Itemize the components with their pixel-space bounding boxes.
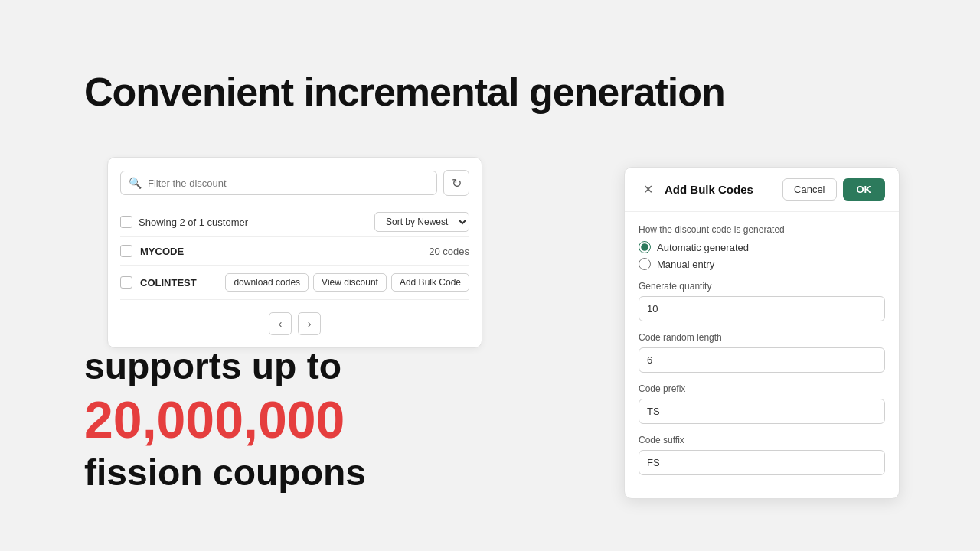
radio-manual-input[interactable] xyxy=(639,258,651,270)
search-row: 🔍 ↻ xyxy=(120,170,469,196)
radio-auto-label: Automatic generated xyxy=(657,242,749,253)
pagination: ‹ › xyxy=(120,309,469,335)
cancel-button[interactable]: Cancel xyxy=(782,178,836,201)
list-item: COLINTEST download codes View discount A… xyxy=(120,266,469,300)
showing-text: Showing 2 of 1 customer xyxy=(139,217,248,228)
prev-icon: ‹ xyxy=(279,318,283,330)
suffix-input[interactable] xyxy=(639,450,885,475)
radio-manual-option[interactable]: Manual entry xyxy=(639,258,885,270)
code-generation-label: How the discount code is generated xyxy=(639,224,885,235)
prefix-group: Code prefix xyxy=(639,383,885,424)
suffix-group: Code suffix xyxy=(639,435,885,475)
title-divider xyxy=(84,142,498,142)
length-input[interactable] xyxy=(639,347,885,373)
quantity-group: Generate quantity xyxy=(639,281,885,321)
list-header-left: Showing 2 of 1 customer xyxy=(120,216,248,228)
item-checkbox-mycode[interactable] xyxy=(120,245,132,257)
sort-select[interactable]: Sort by Newest xyxy=(374,212,469,232)
length-label: Code random length xyxy=(639,332,885,343)
supports-text-block: supports up to 20,000,000 fission coupon… xyxy=(84,344,366,495)
suffix-label: Code suffix xyxy=(639,435,885,445)
next-page-button[interactable]: › xyxy=(298,312,321,335)
supports-up-to: supports up to xyxy=(84,346,341,386)
dialog-header-right: Cancel OK xyxy=(782,178,885,201)
prefix-label: Code prefix xyxy=(639,383,885,394)
add-bulk-code-button[interactable]: Add Bulk Code xyxy=(391,273,469,292)
supports-number: 20,000,000 xyxy=(84,389,366,452)
add-bulk-codes-dialog: ✕ Add Bulk Codes Cancel OK How the disco… xyxy=(624,167,900,499)
search-box: 🔍 xyxy=(120,171,437,195)
quantity-input[interactable] xyxy=(639,296,885,321)
radio-auto-input[interactable] xyxy=(639,241,651,253)
supports-sub: fission coupons xyxy=(84,452,366,493)
dialog-header-left: ✕ Add Bulk Codes xyxy=(639,181,753,199)
refresh-button[interactable]: ↻ xyxy=(443,170,469,196)
dialog-header: ✕ Add Bulk Codes Cancel OK xyxy=(625,168,899,212)
code-generation-group: How the discount code is generated Autom… xyxy=(639,224,885,270)
item-actions-colintest: download codes View discount Add Bulk Co… xyxy=(225,273,469,292)
page-title: Convenient incremental generation xyxy=(84,69,725,115)
quantity-label: Generate quantity xyxy=(639,281,885,292)
list-header: Showing 2 of 1 customer Sort by Newest xyxy=(120,207,469,237)
list-item: MYCODE 20 codes xyxy=(120,237,469,266)
close-icon: ✕ xyxy=(643,182,653,197)
select-all-checkbox[interactable] xyxy=(120,216,132,228)
dialog-title: Add Bulk Codes xyxy=(665,183,753,196)
view-discount-button[interactable]: View discount xyxy=(313,273,387,292)
prev-page-button[interactable]: ‹ xyxy=(269,312,292,335)
search-icon: 🔍 xyxy=(129,177,142,189)
item-name-mycode: MYCODE xyxy=(140,246,421,257)
dialog-body: How the discount code is generated Autom… xyxy=(625,212,899,498)
dialog-close-button[interactable]: ✕ xyxy=(639,181,657,199)
radio-auto-option[interactable]: Automatic generated xyxy=(639,241,885,253)
ok-button[interactable]: OK xyxy=(843,178,886,201)
item-name-colintest: COLINTEST xyxy=(140,277,217,289)
refresh-icon: ↻ xyxy=(452,176,462,191)
length-group: Code random length xyxy=(639,332,885,373)
prefix-input[interactable] xyxy=(639,399,885,424)
download-codes-button[interactable]: download codes xyxy=(225,273,309,292)
radio-manual-label: Manual entry xyxy=(657,259,714,270)
next-icon: › xyxy=(308,318,312,330)
discount-panel: 🔍 ↻ Showing 2 of 1 customer Sort by Newe… xyxy=(107,157,482,348)
item-checkbox-colintest[interactable] xyxy=(120,276,132,289)
search-input[interactable] xyxy=(148,178,429,189)
item-codes-mycode: 20 codes xyxy=(429,246,469,257)
